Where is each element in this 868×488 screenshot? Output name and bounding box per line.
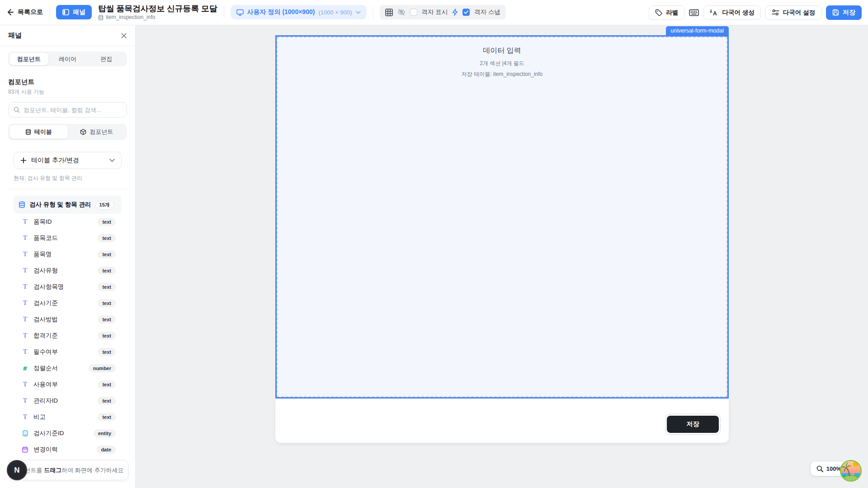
eye-off-icon[interactable] — [397, 9, 406, 16]
tab-layers[interactable]: 레이어 — [48, 53, 87, 65]
table-group-header[interactable]: 검사 유형 및 항목 관리 15개 — [14, 196, 122, 214]
hint-bold: 드래그 — [44, 467, 61, 474]
divider — [373, 6, 373, 18]
grid-toolbar: 격자 표시 격자 스냅 — [380, 5, 506, 19]
field-type-badge: text — [98, 218, 116, 226]
field-row[interactable]: #정렬순서number — [14, 360, 122, 376]
field-name: 검사기준 — [33, 299, 58, 307]
field-row[interactable]: 검사기준ID entity — [14, 425, 122, 441]
field-name: 검사방법 — [33, 315, 58, 324]
grid-show-checkbox[interactable] — [410, 9, 417, 16]
tab-edit[interactable]: 편집 — [87, 53, 126, 65]
i18n-settings-button[interactable]: 다국어 설정 — [765, 5, 821, 20]
field-count-badge: 15개 — [95, 200, 114, 210]
text-type-icon: T — [22, 300, 28, 307]
form-modal-canvas[interactable]: 데이터 입력 2개 섹션 |4개 필드 저장 테이블: item_inspect… — [275, 35, 729, 443]
field-type-badge: text — [98, 397, 116, 405]
field-row[interactable]: T사용여부text — [14, 376, 122, 393]
field-row[interactable]: T품목명text — [14, 246, 122, 263]
field-row[interactable]: T검사항목명text — [14, 279, 122, 295]
modal-save-button[interactable]: 저장 — [667, 416, 719, 433]
text-type-icon: T — [22, 348, 28, 356]
magnifier-icon — [816, 465, 823, 472]
field-type-badge: text — [98, 348, 116, 356]
text-type-icon: T — [22, 413, 28, 421]
field-row[interactable]: T검사기준text — [14, 295, 122, 311]
i18n-generate-text: 다국어 생성 — [722, 9, 754, 17]
page-title: 탑씰 품목검사정보 신규등록 모달 — [98, 4, 217, 14]
field-row[interactable]: T비고text — [14, 409, 122, 425]
component-search[interactable] — [8, 102, 127, 117]
modal-body[interactable]: 데이터 입력 2개 섹션 |4개 필드 저장 테이블: item_inspect… — [275, 35, 729, 399]
close-icon[interactable] — [121, 33, 127, 39]
grid-icon[interactable] — [385, 9, 393, 16]
i18n-generate-button[interactable]: x̄A 다국어 생성 — [703, 5, 760, 20]
search-input[interactable] — [24, 107, 122, 113]
keyboard-icon[interactable] — [689, 9, 699, 16]
field-type-badge: text — [98, 332, 116, 340]
grid-show-label: 격자 표시 — [422, 8, 448, 16]
label-button-text: 라벨 — [666, 9, 678, 17]
viewport-size-dropdown[interactable]: 사용자 정의 (1000×900) (1000 × 900) — [231, 5, 367, 19]
modal-title: 데이터 입력 — [277, 46, 727, 56]
field-type-badge: text — [98, 315, 116, 324]
field-row[interactable]: T품목IDtext — [14, 214, 122, 230]
database-icon — [25, 129, 31, 135]
field-name: 사용여부 — [33, 380, 58, 389]
field-name: 관리자ID — [33, 397, 58, 405]
tab-components[interactable]: 컴포넌트 — [9, 53, 48, 65]
grid-snap-label: 격자 스냅 — [474, 8, 500, 16]
top-toolbar: 목록으로 패널 탑씰 품목검사정보 신규등록 모달 item_inspectio… — [0, 0, 868, 25]
island-sticker-icon[interactable] — [840, 460, 862, 482]
panel-tabs: 컴포넌트 레이어 편집 — [8, 52, 127, 66]
field-row[interactable]: T필수여부text — [14, 344, 122, 360]
field-type-badge: text — [98, 299, 116, 307]
field-row[interactable]: T합격기준text — [14, 328, 122, 344]
table-group-name: 검사 유형 및 항목 관리 — [29, 201, 91, 209]
component-type-label: universal-form-modal — [666, 26, 729, 36]
toggle-table[interactable]: 테이블 — [9, 125, 68, 139]
field-row[interactable]: T검사방법text — [14, 311, 122, 328]
field-name: 정렬순서 — [33, 364, 58, 372]
svg-text:x̄: x̄ — [710, 9, 712, 14]
field-name: 필수여부 — [33, 348, 58, 356]
field-row[interactable]: 변경이력 date — [14, 441, 122, 458]
field-row[interactable]: T품목코드text — [14, 230, 122, 246]
lightning-icon[interactable] — [452, 9, 458, 16]
save-button[interactable]: 저장 — [826, 5, 862, 20]
monitor-icon — [236, 9, 244, 16]
avatar[interactable]: N — [7, 460, 27, 480]
field-name: 검사항목명 — [33, 283, 64, 291]
text-type-icon: T — [22, 332, 28, 339]
database-icon — [19, 201, 25, 208]
field-type-badge: text — [98, 380, 116, 389]
field-name: 품목ID — [33, 218, 52, 226]
viewport-size: (1000 × 900) — [318, 9, 352, 16]
field-name: 합격기준 — [33, 332, 58, 340]
toggle-component-label: 컴포넌트 — [90, 128, 113, 136]
chevron-down-icon — [109, 159, 115, 162]
field-row[interactable]: T관리자IDtext — [14, 393, 122, 409]
modal-summary: 2개 섹션 |4개 필드 — [277, 60, 727, 67]
toggle-component[interactable]: 컴포넌트 — [68, 125, 126, 139]
selected-element-outline: 저장 — [665, 414, 721, 435]
text-type-icon: T — [22, 235, 28, 242]
grid-snap-checkbox[interactable] — [462, 9, 470, 16]
database-icon — [98, 15, 104, 20]
text-type-icon: T — [22, 316, 28, 323]
label-button[interactable]: 라벨 — [649, 5, 684, 20]
tag-icon — [655, 9, 662, 16]
plus-icon — [20, 157, 27, 164]
zoom-level: 100% — [826, 465, 841, 472]
add-table-label: 테이블 추가/변경 — [31, 156, 79, 164]
panel-toggle-button[interactable]: 패널 — [56, 5, 92, 19]
text-type-icon: T — [22, 283, 28, 291]
back-to-list-button[interactable]: 목록으로 — [6, 8, 43, 16]
field-list: T품목IDtext T품목코드text T품목명text T검사유형text T… — [14, 214, 122, 476]
field-type-badge: text — [98, 283, 116, 291]
add-table-dropdown[interactable]: 테이블 추가/변경 — [14, 152, 122, 169]
field-name: 품목코드 — [33, 234, 58, 242]
translate-icon: x̄A — [710, 9, 718, 16]
field-row[interactable]: T검사유형text — [14, 263, 122, 279]
page-title-block: 탑씰 품목검사정보 신규등록 모달 item_inspection_info — [98, 4, 217, 21]
